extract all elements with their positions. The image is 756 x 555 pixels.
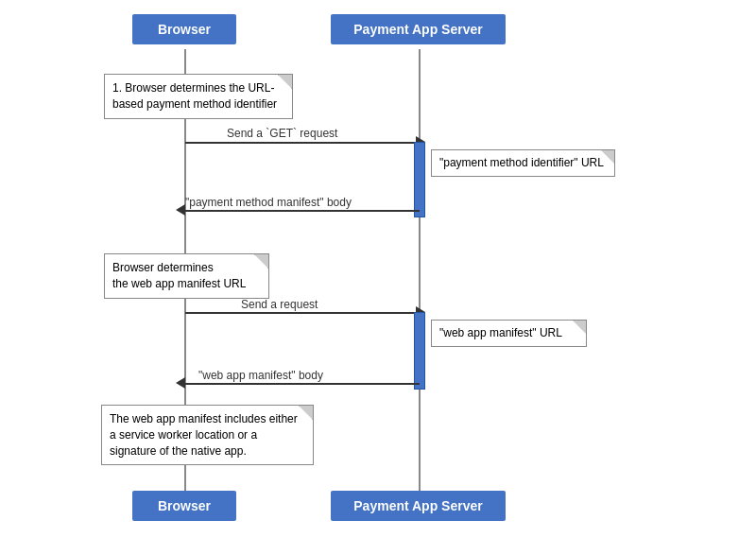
server-top-box: Payment App Server: [331, 14, 506, 44]
arrow-manifest-body: [185, 210, 420, 212]
browser-top-box: Browser: [132, 14, 236, 44]
sequence-diagram: Browser Payment App Server 1. Browser de…: [0, 0, 756, 555]
server-bottom-box: Payment App Server: [331, 491, 506, 521]
note-web-app-url: "web app manifest" URL: [431, 320, 587, 347]
arrow-manifest-arrowhead: [176, 204, 185, 216]
note-web-app-manifest-desc: The web app manifest includes either a s…: [101, 405, 314, 465]
browser-bottom-box: Browser: [132, 491, 236, 521]
arrow-webapp-body: [185, 383, 420, 385]
arrow-manifest-label: "payment method manifest" body: [185, 196, 352, 209]
arrow-send-label: Send a request: [241, 298, 318, 311]
arrow-webapp-label: "web app manifest" body: [198, 369, 323, 382]
note-web-app-manifest-url: Browser determinesthe web app manifest U…: [104, 253, 269, 299]
arrow-get-label: Send a `GET` request: [227, 127, 337, 140]
arrow-get-request: [185, 142, 420, 144]
note-url-based: 1. Browser determines the URL-based paym…: [104, 74, 293, 119]
arrow-webapp-arrowhead: [176, 377, 185, 389]
server-activation-1: [414, 142, 425, 217]
note-payment-id-url: "payment method identifier" URL: [431, 149, 615, 177]
server-lifeline: [419, 49, 421, 511]
arrow-send-request: [185, 312, 420, 314]
server-activation-2: [414, 312, 425, 390]
